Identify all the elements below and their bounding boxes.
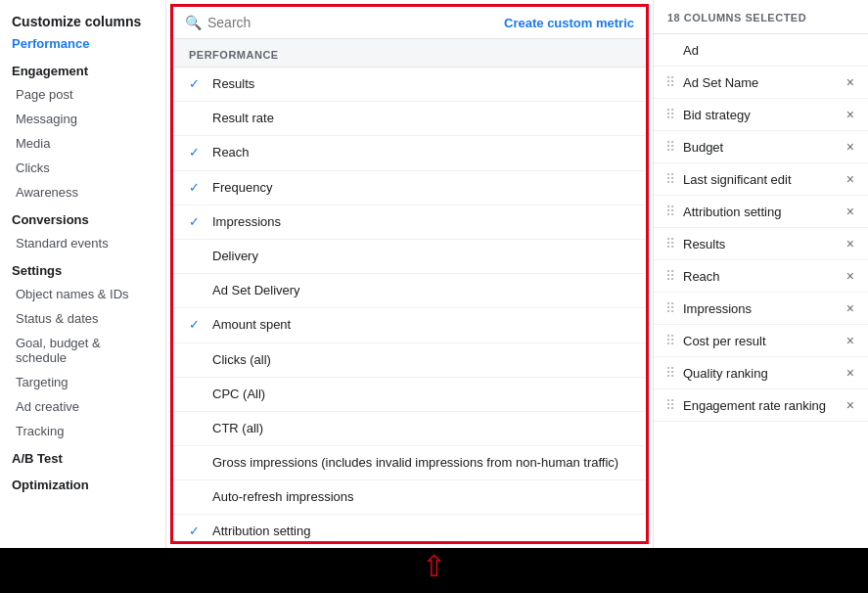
drag-handle-impressions[interactable]: ⠿ bbox=[665, 300, 675, 316]
metric-item-attribution-setting[interactable]: ✓ Attribution setting bbox=[173, 515, 646, 541]
page-title: Customize columns bbox=[0, 8, 165, 31]
remove-impressions[interactable]: × bbox=[845, 300, 856, 316]
drag-handle-attribution-setting[interactable]: ⠿ bbox=[665, 204, 675, 219]
selected-columns-list: ⠿ Ad ⠿ Ad Set Name × ⠿ Bid strategy × ⠿ … bbox=[654, 34, 868, 548]
check-attribution-setting: ✓ bbox=[189, 523, 205, 538]
search-input[interactable] bbox=[207, 15, 504, 30]
remove-ad-set-name[interactable]: × bbox=[845, 74, 856, 90]
selected-column-last-significant-edit: ⠿ Last significant edit × bbox=[654, 163, 868, 196]
search-icon: 🔍 bbox=[185, 15, 202, 30]
remove-budget[interactable]: × bbox=[845, 139, 856, 155]
sidebar-item-media[interactable]: Media bbox=[0, 131, 165, 156]
metric-item-clicks-all[interactable]: Clicks (all) bbox=[173, 343, 646, 378]
metric-label-clicks-all: Clicks (all) bbox=[212, 351, 271, 369]
remove-attribution-setting[interactable]: × bbox=[845, 204, 856, 219]
metric-label-impressions: Impressions bbox=[212, 213, 281, 231]
drag-handle-bid-strategy[interactable]: ⠿ bbox=[665, 107, 675, 122]
drag-handle-cost-per-result[interactable]: ⠿ bbox=[665, 333, 675, 348]
selected-column-engagement-rate-ranking: ⠿ Engagement rate ranking × bbox=[654, 389, 868, 422]
sidebar: Customize columns Performance Engagement… bbox=[0, 0, 166, 548]
remove-last-significant-edit[interactable]: × bbox=[845, 171, 856, 187]
metric-item-frequency[interactable]: ✓ Frequency bbox=[173, 171, 646, 205]
right-panel: 18 COLUMNS SELECTED ⠿ Ad ⠿ Ad Set Name ×… bbox=[653, 0, 868, 548]
column-label-engagement-rate-ranking: Engagement rate ranking bbox=[683, 398, 841, 413]
selected-column-ad-set-name: ⠿ Ad Set Name × bbox=[654, 67, 868, 99]
column-label-cost-per-result: Cost per result bbox=[683, 334, 841, 348]
selected-column-ad: ⠿ Ad bbox=[654, 34, 868, 67]
selected-column-impressions: ⠿ Impressions × bbox=[654, 293, 868, 325]
create-custom-metric-link[interactable]: Create custom metric bbox=[504, 16, 634, 30]
remove-engagement-rate-ranking[interactable]: × bbox=[845, 397, 856, 413]
sidebar-section-ab-test: A/B Test bbox=[0, 443, 165, 470]
drag-handle-last-significant-edit[interactable]: ⠿ bbox=[665, 171, 675, 187]
metric-label-reach: Reach bbox=[212, 144, 250, 161]
sidebar-item-status-dates[interactable]: Status & dates bbox=[0, 306, 165, 331]
remove-cost-per-result[interactable]: × bbox=[845, 333, 856, 348]
sidebar-item-standard-events[interactable]: Standard events bbox=[0, 231, 165, 255]
check-clicks-all bbox=[189, 351, 205, 352]
sidebar-item-clicks[interactable]: Clicks bbox=[0, 156, 165, 180]
performance-section-header: PERFORMANCE bbox=[173, 39, 646, 68]
sidebar-item-page-post[interactable]: Page post bbox=[0, 82, 165, 107]
column-label-impressions: Impressions bbox=[683, 301, 841, 316]
selected-column-results: ⠿ Results × bbox=[654, 228, 868, 260]
remove-reach[interactable]: × bbox=[845, 268, 856, 284]
selected-column-cost-per-result: ⠿ Cost per result × bbox=[654, 325, 868, 357]
sidebar-item-object-names[interactable]: Object names & IDs bbox=[0, 282, 165, 306]
remove-bid-strategy[interactable]: × bbox=[845, 107, 856, 122]
check-results: ✓ bbox=[189, 75, 205, 91]
metric-label-cpc-all: CPC (All) bbox=[212, 386, 265, 403]
check-result-rate bbox=[189, 110, 205, 111]
check-frequency: ✓ bbox=[189, 179, 205, 195]
middle-panel: 🔍 Create custom metric PERFORMANCE ✓ Res… bbox=[170, 4, 649, 544]
metric-label-gross-impressions: Gross impressions (includes invalid impr… bbox=[212, 454, 618, 472]
selected-column-attribution-setting: ⠿ Attribution setting × bbox=[654, 196, 868, 228]
metric-item-reach[interactable]: ✓ Reach bbox=[173, 136, 646, 170]
metric-item-cpc-all[interactable]: CPC (All) bbox=[173, 378, 646, 412]
column-label-reach: Reach bbox=[683, 269, 841, 284]
drag-handle-engagement-rate-ranking[interactable]: ⠿ bbox=[665, 397, 675, 413]
sidebar-item-goal-budget[interactable]: Goal, budget & schedule bbox=[0, 331, 165, 370]
drag-handle-reach[interactable]: ⠿ bbox=[665, 268, 675, 284]
column-label-ad: Ad bbox=[683, 43, 856, 58]
metric-label-attribution-setting: Attribution setting bbox=[212, 523, 310, 540]
metric-item-auto-refresh[interactable]: Auto-refresh impressions bbox=[173, 480, 646, 515]
check-auto-refresh bbox=[189, 488, 205, 489]
metric-label-frequency: Frequency bbox=[212, 179, 272, 197]
metric-item-amount-spent[interactable]: ✓ Amount spent bbox=[173, 308, 646, 342]
sidebar-item-tracking[interactable]: Tracking bbox=[0, 419, 165, 443]
column-label-bid-strategy: Bid strategy bbox=[683, 108, 841, 122]
metric-label-ctr-all: CTR (all) bbox=[212, 420, 263, 437]
check-cpc-all bbox=[189, 386, 205, 387]
drag-handle-quality-ranking[interactable]: ⠿ bbox=[665, 365, 675, 381]
arrow-container: ⇧ bbox=[0, 548, 868, 593]
check-impressions: ✓ bbox=[189, 213, 205, 229]
metric-item-impressions[interactable]: ✓ Impressions bbox=[173, 205, 646, 240]
column-label-attribution-setting: Attribution setting bbox=[683, 205, 841, 219]
sidebar-item-awareness[interactable]: Awareness bbox=[0, 180, 165, 205]
metric-item-ad-set-delivery[interactable]: Ad Set Delivery bbox=[173, 274, 646, 308]
selected-column-reach: ⠿ Reach × bbox=[654, 260, 868, 293]
selected-column-quality-ranking: ⠿ Quality ranking × bbox=[654, 357, 868, 389]
metric-item-result-rate[interactable]: Result rate bbox=[173, 102, 646, 136]
sidebar-item-performance[interactable]: Performance bbox=[0, 31, 165, 56]
metric-item-delivery[interactable]: Delivery bbox=[173, 240, 646, 274]
remove-quality-ranking[interactable]: × bbox=[845, 365, 856, 381]
sidebar-item-messaging[interactable]: Messaging bbox=[0, 107, 165, 131]
sidebar-item-targeting[interactable]: Targeting bbox=[0, 370, 165, 394]
drag-handle-ad-set-name[interactable]: ⠿ bbox=[665, 74, 675, 90]
drag-handle-budget[interactable]: ⠿ bbox=[665, 139, 675, 155]
check-ad-set-delivery bbox=[189, 282, 205, 283]
sidebar-item-ad-creative[interactable]: Ad creative bbox=[0, 394, 165, 419]
metrics-list: PERFORMANCE ✓ Results Result rate ✓ Reac… bbox=[173, 39, 646, 541]
metric-item-results[interactable]: ✓ Results bbox=[173, 68, 646, 102]
check-amount-spent: ✓ bbox=[189, 316, 205, 332]
metric-item-ctr-all[interactable]: CTR (all) bbox=[173, 412, 646, 446]
drag-handle-results[interactable]: ⠿ bbox=[665, 236, 675, 251]
search-bar: 🔍 Create custom metric bbox=[173, 7, 646, 39]
column-label-ad-set-name: Ad Set Name bbox=[683, 75, 841, 90]
sidebar-section-optimization: Optimization bbox=[0, 470, 165, 496]
up-arrow-icon: ⇧ bbox=[422, 552, 446, 581]
remove-results[interactable]: × bbox=[845, 236, 856, 251]
metric-item-gross-impressions[interactable]: Gross impressions (includes invalid impr… bbox=[173, 446, 646, 480]
